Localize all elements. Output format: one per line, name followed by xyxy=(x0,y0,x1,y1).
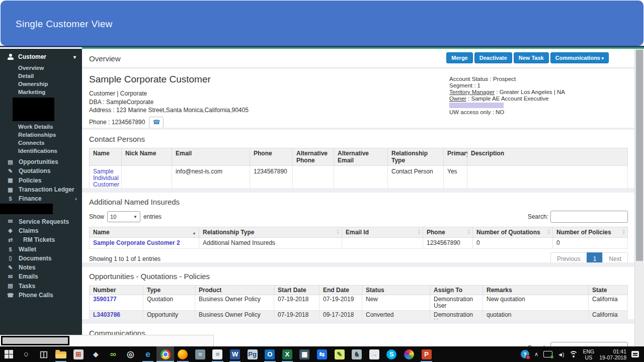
opportunities-card: Opportunities - Quotations - Policies Nu… xyxy=(82,267,635,319)
sidebar-item-tasks[interactable]: ▤ Tasks xyxy=(0,282,82,291)
call-button[interactable]: ☎ xyxy=(149,117,164,128)
column-header-sortable[interactable]: Phone xyxy=(423,227,473,238)
search-box: Search: xyxy=(528,211,628,223)
search-input[interactable] xyxy=(550,342,628,346)
store-button[interactable]: ⊞ xyxy=(69,346,87,362)
record-number-link[interactable]: 3590177 xyxy=(93,296,117,303)
column-header-sortable[interactable]: Name xyxy=(90,227,199,238)
sidebar-item-ownership[interactable]: Ownership xyxy=(0,80,82,88)
sidebar-item-emails[interactable]: ✉ Emails xyxy=(0,272,82,281)
deactivate-button[interactable]: Deactivate xyxy=(474,52,512,63)
sidebar-item-opportunities[interactable]: ▤ Opportunities xyxy=(0,157,82,166)
skype-button[interactable]: S xyxy=(383,346,400,362)
calculator-button[interactable]: ▦ xyxy=(296,346,313,362)
teamviewer-button[interactable]: ⇆ xyxy=(313,346,331,362)
clock[interactable]: 01:41 19-07-2018 xyxy=(599,348,626,360)
action-center-icon[interactable] xyxy=(631,351,639,357)
edge-button[interactable]: e xyxy=(139,346,157,362)
section-title: Contact Persons xyxy=(89,135,628,143)
cell-alt-email xyxy=(334,166,388,189)
sidebar-item-transaction-ledger[interactable]: ▦ Transaction Ledger xyxy=(0,185,82,194)
sidebar-item-overview[interactable]: Overview xyxy=(0,64,82,72)
insured-link[interactable]: Sample Corporate Customer 2 xyxy=(93,239,180,246)
sidebar-item-quotations[interactable]: ✎ Quotations xyxy=(0,166,82,175)
new-task-button[interactable]: New Task xyxy=(514,52,549,63)
help-notification-icon[interactable]: ? xyxy=(521,350,529,358)
sidebar-item-documents[interactable]: ▯ Documents xyxy=(0,254,82,263)
column-header-sortable[interactable]: Relationship Type xyxy=(199,227,342,238)
search-input[interactable] xyxy=(550,211,628,223)
powerpoint-button[interactable]: P xyxy=(418,346,435,362)
notepad-button[interactable]: ≡ xyxy=(209,346,226,362)
sidebar-item-service-requests[interactable]: ✉ Service Requests xyxy=(0,217,82,226)
record-number-link[interactable]: L3403786 xyxy=(93,311,120,318)
next-page-button[interactable]: Next xyxy=(602,252,628,262)
sidebar-item-phone-calls[interactable]: ☎ Phone Calls xyxy=(0,291,82,300)
column-header: Start Date xyxy=(274,286,319,295)
communications-button[interactable]: Communications xyxy=(550,52,609,63)
palette-icon xyxy=(404,349,414,359)
column-header-sortable[interactable]: Number of Policies xyxy=(553,227,628,238)
contact-link[interactable]: Sample Individual Customer xyxy=(93,168,119,188)
vertical-scrollbar[interactable] xyxy=(634,49,644,346)
sidebar-item-connects[interactable]: Connects xyxy=(0,139,82,147)
phone-icon: ☎ xyxy=(152,119,160,126)
file-icon: ▯ xyxy=(7,255,14,261)
sidebar-item-relationships[interactable]: Relationships xyxy=(0,131,82,139)
screen: Single Customer View Customer ▾ Overview… xyxy=(0,0,644,362)
postgresql-button[interactable]: Pg xyxy=(244,346,261,362)
start-button[interactable] xyxy=(0,346,18,362)
column-header-sortable[interactable]: Email Id xyxy=(342,227,423,238)
tray-expand-icon[interactable]: ∧ xyxy=(534,351,538,357)
sidebar-item-policies[interactable]: ▦ Policies xyxy=(0,176,82,185)
sidebar-item-work-details[interactable]: Work Details xyxy=(0,123,82,131)
sidebar-item-claims[interactable]: ◈ Claims xyxy=(0,226,82,235)
outlook-button[interactable]: O xyxy=(261,346,279,362)
notes-app-button[interactable]: ✎ xyxy=(331,346,348,362)
file-explorer-button[interactable] xyxy=(52,346,70,362)
performance-monitor-button[interactable]: ≈ xyxy=(192,346,209,362)
pinned-app-button[interactable]: ♞ xyxy=(348,346,366,362)
cell-phone: 1234567890 xyxy=(423,238,473,249)
wifi-icon[interactable] xyxy=(569,351,578,357)
sidebar-item-detail[interactable]: Detail xyxy=(0,72,82,80)
dropbox-button[interactable]: ◆ xyxy=(87,346,105,362)
sidebar-item-finance[interactable]: $ Finance ‹ xyxy=(0,194,82,203)
remote-access-tray-icon[interactable] xyxy=(543,351,552,357)
column-header-sortable[interactable]: Number of Quotations xyxy=(473,227,553,238)
sidebar-item-notes[interactable]: ✎ Notes xyxy=(0,263,82,272)
cell-status: New xyxy=(362,295,430,311)
previous-page-button[interactable]: Previous xyxy=(550,252,587,262)
word-button[interactable]: W xyxy=(226,346,244,362)
sidebar-item-marketing[interactable]: Marketing xyxy=(0,88,82,96)
volume-icon[interactable]: ◄) xyxy=(557,351,564,357)
chrome-button[interactable] xyxy=(156,346,174,362)
sidebar-item-rm-tickets[interactable]: ⇄ RM Tickets xyxy=(0,235,82,244)
merge-button[interactable]: Merge xyxy=(446,52,472,63)
excel-button[interactable]: X xyxy=(279,346,296,362)
task-view-button[interactable]: ◫ xyxy=(35,346,52,362)
language-indicator[interactable]: ENG US xyxy=(583,348,595,360)
scrollbar-thumb[interactable] xyxy=(636,50,643,261)
cortana-button[interactable]: ○ xyxy=(18,346,35,362)
mail-forward-app-button[interactable]: → xyxy=(365,346,383,362)
paint-palette-button[interactable] xyxy=(400,346,418,362)
sidebar-menu: ▤ Opportunities ✎ Quotations ▦ Policies … xyxy=(0,157,82,203)
customer-phone-row: Phone : 1234567890 ☎ xyxy=(89,117,628,128)
entries-select[interactable]: 10▼ xyxy=(107,211,140,222)
dollar-icon: $ xyxy=(7,246,14,252)
sidebar-item-customer[interactable]: Customer ▾ xyxy=(0,49,82,63)
section-title: Opportunities - Quotations - Policies xyxy=(89,272,628,281)
infinity-app-button[interactable]: ∞ xyxy=(105,346,122,362)
cell-nick-name xyxy=(122,166,172,189)
cell-name: Sample Individual Customer xyxy=(90,166,122,189)
infinity-icon: ∞ xyxy=(108,349,118,359)
target-app-button[interactable]: ◎ xyxy=(122,346,139,362)
firefox-button[interactable] xyxy=(174,346,192,362)
sidebar-item-wallet[interactable]: $ Wallet xyxy=(0,244,82,253)
pinned-app-icon: ♞ xyxy=(352,349,362,359)
sidebar-item-identifications[interactable]: Identifications xyxy=(0,147,82,155)
cell-email-id xyxy=(342,238,423,249)
page-1-button[interactable]: 1 xyxy=(587,252,603,262)
search-label: Search: xyxy=(528,213,548,220)
